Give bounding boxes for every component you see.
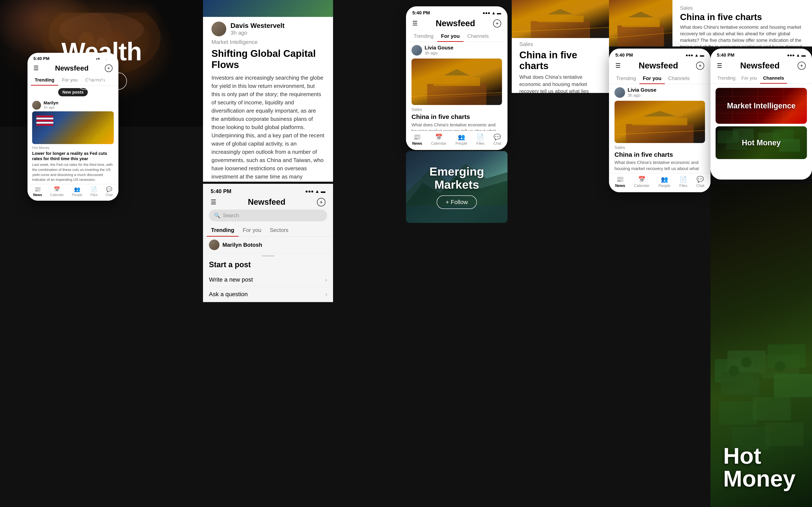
phone3-nav-people[interactable]: 👥 People xyxy=(455,133,467,146)
phone2-title: Newsfeed xyxy=(248,198,285,207)
saved-tiananmen-image xyxy=(512,0,609,38)
emerging-markets-follow-button[interactable]: + Follow xyxy=(437,195,476,209)
phone3-author-avatar xyxy=(411,45,422,56)
phone3-chat-icon: 💬 xyxy=(494,133,501,140)
phone2-add-button[interactable]: + xyxy=(317,198,325,207)
wealth-follow-button[interactable]: + Follow xyxy=(76,72,126,90)
phone5-nav-files-label: Files xyxy=(679,183,687,188)
phone4-hot-money-card[interactable]: Hot Money xyxy=(716,126,807,159)
phone5-tab-channels[interactable]: Channels xyxy=(665,73,693,84)
phone3-author-time: 3h ago xyxy=(424,51,453,56)
svg-point-56 xyxy=(775,361,785,372)
column-4: Sales China in five charts What does Chi… xyxy=(609,0,812,507)
svg-marker-11 xyxy=(444,69,469,75)
phone1-bottom-nav: 📰 News 📅 Calendar 👥 People 📄 Files 💬 xyxy=(28,184,118,201)
phone2-tab-sectors[interactable]: Sectors xyxy=(266,224,293,236)
phone1-nav-files-label: Files xyxy=(90,193,98,197)
phone3-author-info: Livia Gouse 3h ago xyxy=(424,45,453,56)
phone5-nav-files[interactable]: 📄 Files xyxy=(679,176,687,188)
phone3-nav-news[interactable]: 📰 News xyxy=(412,133,422,146)
large-top-body: What does China's tentative economic and… xyxy=(680,24,804,47)
phone1-nav-people[interactable]: 👥 People xyxy=(72,186,83,197)
phone2-tab-trending[interactable]: Trending xyxy=(207,224,239,237)
phone4-market-bg: Market Intelligence xyxy=(716,88,807,124)
phone2-search-bar[interactable]: 🔍 Search xyxy=(209,210,327,221)
svg-point-54 xyxy=(728,365,739,376)
phone5-add-button[interactable]: + xyxy=(696,62,704,70)
phone5-nav-chat[interactable]: 💬 Chat xyxy=(696,176,704,188)
article-card-avatar xyxy=(211,21,226,36)
svg-rect-48 xyxy=(768,344,806,368)
phone4-market-intelligence-card[interactable]: Market Intelligence xyxy=(716,88,807,124)
large-top-category: Sales xyxy=(680,5,804,11)
phone4-hamburger-icon[interactable]: ☰ xyxy=(717,62,722,69)
saved-article-body: What does China's tentative economic and… xyxy=(512,72,609,93)
phone3-article-category: Sales xyxy=(411,107,502,112)
phone2-poll[interactable]: Poll › xyxy=(203,302,333,302)
phone3-hamburger-icon[interactable]: ☰ xyxy=(412,20,418,27)
phone3-tab-trending[interactable]: Trending xyxy=(410,31,437,42)
article-card-body: Investors are increasingly searching the… xyxy=(203,72,333,182)
phone1-flag-image xyxy=(32,111,114,144)
phone1-author-name: Marilyn xyxy=(44,101,58,105)
phone5-author-time: 3h ago xyxy=(627,93,656,98)
phone5-tab-trending[interactable]: Trending xyxy=(613,73,640,84)
phone3-nav-chat-label: Chat xyxy=(493,141,501,146)
phone2-author-avatar xyxy=(209,239,219,250)
phone4-hot-money-label: Hot Money xyxy=(742,138,781,147)
phone5-nav-calendar[interactable]: 📅 Calendar xyxy=(634,176,650,188)
phone5-nav-people[interactable]: 👥 People xyxy=(658,176,670,188)
phone5-nav-news-label: News xyxy=(615,183,625,188)
svg-rect-49 xyxy=(774,374,812,397)
svg-rect-29 xyxy=(632,118,687,125)
phone4-tab-channels[interactable]: Channels xyxy=(760,73,787,83)
phone1-nav-chat[interactable]: 💬 Chat xyxy=(105,186,113,197)
phone2-tab-foryou[interactable]: For you xyxy=(239,224,266,236)
phone5-tab-foryou[interactable]: For you xyxy=(640,73,665,84)
phone1-nav-news[interactable]: 📰 News xyxy=(33,186,42,197)
phone3-nav-chat[interactable]: 💬 Chat xyxy=(493,133,501,146)
phone3-article-title: China in five charts xyxy=(411,113,502,121)
phone3-tiananmen-image xyxy=(411,59,502,105)
phone3-tab-channels[interactable]: Channels xyxy=(463,31,493,42)
phone3-header: ☰ Newsfeed + xyxy=(406,17,507,31)
phone5-author-name: Livia Gouse xyxy=(627,87,656,93)
article-card-author-name: Davis Westervelt xyxy=(231,22,285,30)
phone1-nav-files[interactable]: 📄 Files xyxy=(90,186,98,197)
phone4-tab-trending[interactable]: Trending xyxy=(714,73,739,83)
phone1-hamburger-icon[interactable]: ☰ xyxy=(34,65,39,72)
phone3-add-button[interactable]: + xyxy=(493,19,501,27)
phone1-tab-trending[interactable]: Trending xyxy=(31,75,58,86)
phone4-header: ☰ Newsfeed + xyxy=(711,60,812,73)
phone-3: 5:40 PM ●●● ▲ ▬ ☰ Newsfeed + Trending Fo… xyxy=(406,6,507,150)
phone3-nav-calendar[interactable]: 📅 Calendar xyxy=(431,133,447,146)
phone3-tab-foryou[interactable]: For you xyxy=(437,31,463,42)
column-2: Davis Westervelt 3h ago Market Intellige… xyxy=(203,0,406,507)
phone5-nav-chat-label: Chat xyxy=(696,183,704,188)
phone3-wifi-icon: ▲ xyxy=(492,11,496,15)
phone5-status-icons: ●●● ▲ ▬ xyxy=(686,53,704,58)
phone5-files-icon: 📄 xyxy=(679,176,687,183)
phone5-article-image xyxy=(614,101,705,143)
phone2-ask-question[interactable]: Ask a question › xyxy=(203,287,333,302)
phone3-battery-icon: ▬ xyxy=(497,11,501,15)
phone3-nav-files[interactable]: 📄 Files xyxy=(476,133,484,146)
phone5-tabs: Trending For you Channels xyxy=(609,73,711,84)
phone4-hot-money-bg: Hot Money xyxy=(716,126,807,159)
phone5-nav-news[interactable]: 📰 News xyxy=(615,176,625,188)
phone2-hamburger-icon[interactable]: ☰ xyxy=(211,199,216,206)
phone4-add-button[interactable]: + xyxy=(798,62,806,70)
phone5-hamburger-icon[interactable]: ☰ xyxy=(615,62,621,69)
phone2-start-post-title: Start a post xyxy=(203,259,333,273)
phone2-write-post[interactable]: Write a new post › xyxy=(203,273,333,287)
phone1-nav-calendar[interactable]: 📅 Calendar xyxy=(50,186,64,197)
phone4-status-bar: 5:40 PM ●●● ▲ ▬ xyxy=(711,49,812,60)
people-icon: 👥 xyxy=(74,186,80,192)
phone3-author-row: Livia Gouse 3h ago xyxy=(411,42,502,59)
saved-article-title: China in five charts xyxy=(512,49,609,72)
phone2-status-bar: 5:40 PM ●●● ▲ ▬ xyxy=(203,184,333,196)
phone-4: 5:40 PM ●●● ▲ ▬ ☰ Newsfeed + Trending Fo… xyxy=(711,49,812,180)
phone4-tab-foryou[interactable]: For you xyxy=(739,73,760,83)
phone3-time: 5:40 PM xyxy=(412,10,430,16)
phone5-chat-icon: 💬 xyxy=(697,176,704,183)
